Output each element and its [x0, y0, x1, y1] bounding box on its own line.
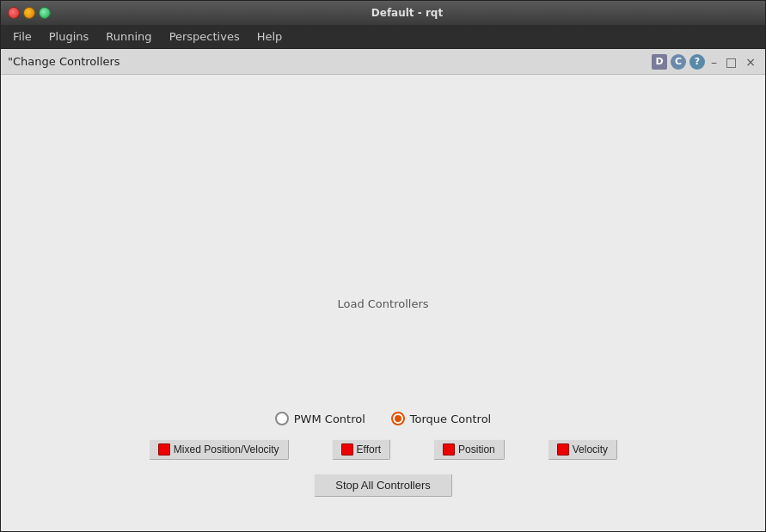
position-button[interactable]: Position [433, 439, 505, 460]
radio-torque-circle[interactable] [391, 412, 405, 425]
restore-icon[interactable]: □ [723, 55, 739, 69]
menu-plugins[interactable]: Plugins [40, 27, 98, 46]
minimize-button[interactable] [23, 7, 35, 19]
position-indicator [443, 443, 455, 456]
menubar: File Plugins Running Perspectives Help [1, 25, 765, 49]
effort-indicator [341, 443, 353, 456]
main-content: Load Controllers PWM Control Torque Cont… [1, 75, 765, 531]
radio-pwm-circle[interactable] [275, 412, 289, 425]
titlebar: Default - rqt [1, 1, 765, 25]
header-icons: D C ? – □ × [652, 54, 758, 70]
menu-running[interactable]: Running [97, 27, 160, 46]
plugin-close-icon[interactable]: × [743, 55, 758, 69]
main-window: Default - rqt File Plugins Running Persp… [0, 0, 766, 532]
plugin-title: "Change Controllers [8, 55, 120, 68]
velocity-button[interactable]: Velocity [548, 439, 617, 460]
c-icon[interactable]: C [671, 54, 686, 70]
controls-area: PWM Control Torque Control Mixed Positio… [1, 412, 765, 497]
radio-torque-label: Torque Control [410, 413, 491, 425]
load-controllers-label: Load Controllers [337, 297, 428, 309]
mixed-indicator [158, 443, 170, 456]
maximize-button[interactable] [39, 7, 51, 19]
d-icon[interactable]: D [652, 54, 667, 70]
effort-label: Effort [357, 443, 381, 456]
close-button[interactable] [8, 7, 20, 19]
radio-torque-control[interactable]: Torque Control [391, 412, 491, 425]
plugin-header: "Change Controllers D C ? – □ × [1, 49, 765, 75]
help-icon[interactable]: ? [689, 54, 705, 70]
radio-group: PWM Control Torque Control [275, 412, 491, 425]
menu-perspectives[interactable]: Perspectives [161, 27, 248, 46]
titlebar-buttons [8, 7, 51, 19]
stop-all-controllers-button[interactable]: Stop All Controllers [314, 474, 452, 497]
menu-help[interactable]: Help [248, 27, 291, 46]
mixed-position-velocity-button[interactable]: Mixed Position/Velocity [149, 439, 289, 460]
effort-button[interactable]: Effort [332, 439, 390, 460]
plugin-area: "Change Controllers D C ? – □ × Load Con… [1, 49, 765, 531]
position-label: Position [458, 443, 495, 456]
window-title: Default - rqt [56, 7, 758, 19]
velocity-label: Velocity [573, 443, 608, 456]
menu-file[interactable]: File [4, 27, 40, 46]
controller-buttons-row: Mixed Position/Velocity Effort Position … [1, 439, 765, 460]
dash-icon: – [708, 55, 720, 69]
mixed-label: Mixed Position/Velocity [174, 443, 279, 456]
radio-pwm-label: PWM Control [294, 413, 365, 425]
radio-pwm-control[interactable]: PWM Control [275, 412, 365, 425]
velocity-indicator [557, 443, 569, 456]
